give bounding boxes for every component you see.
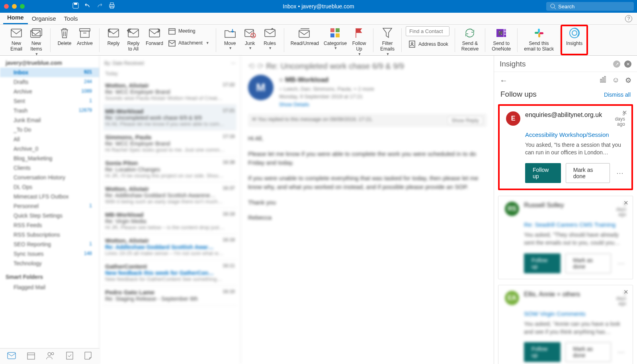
save-icon[interactable]	[72, 2, 79, 10]
minimize-window-button[interactable]	[12, 4, 17, 9]
forward-button[interactable]: Forward	[143, 26, 166, 47]
calendar-nav-icon[interactable]	[27, 352, 35, 361]
mail-nav-icon[interactable]	[7, 352, 16, 360]
folder-item[interactable]: Conversation History	[0, 173, 99, 182]
feedback-icon[interactable]: ☺	[612, 76, 619, 85]
card-subject[interactable]: Re: Seadrill Careers CMS Training	[524, 221, 626, 228]
maximize-window-button[interactable]	[20, 4, 25, 9]
filter-emails-button[interactable]: Filter Emails▼	[377, 26, 397, 57]
send-onenote-button[interactable]: NSend to OneNote	[489, 26, 513, 53]
card-more-icon[interactable]: ⋯	[616, 259, 626, 268]
folder-item[interactable]: Trash12679	[0, 106, 99, 115]
card-close-icon[interactable]: ✕	[622, 109, 627, 116]
folder-item[interactable]: RSS Subscriptions	[0, 230, 99, 239]
message-item[interactable]: Sonia Piton16:38Re: Location ChangesHi J…	[104, 156, 236, 182]
print-icon[interactable]	[108, 2, 115, 10]
folder-item[interactable]: Clients	[0, 163, 99, 173]
folder-item[interactable]: Blog_Marketing	[0, 154, 99, 163]
message-item[interactable]: MB-Workload16:18Re: Virgin MediaHi JR, P…	[104, 208, 236, 234]
close-window-button[interactable]	[4, 4, 9, 9]
stats-icon[interactable]	[600, 76, 607, 85]
folder-item[interactable]: Archive_0	[0, 144, 99, 154]
folder-item[interactable]: Sent1	[0, 96, 99, 106]
people-nav-icon[interactable]	[46, 352, 55, 361]
junk-button[interactable]: Junk▼	[240, 26, 260, 51]
mark-done-action[interactable]: Mark as done	[565, 253, 611, 273]
message-item[interactable]: Wotton, Alistair17:22Re: WCC Employer Br…	[104, 79, 236, 105]
folder-pane[interactable]: javery@trueblue.com Inbox921Drafts244Arc…	[0, 56, 100, 364]
new-email-button[interactable]: New Email	[6, 26, 26, 53]
categorise-button[interactable]: Categorise▼	[321, 26, 349, 51]
folder-item[interactable]: _To Do	[0, 125, 99, 134]
follow-up-button[interactable]: Follow Up▼	[349, 26, 369, 57]
reply-button[interactable]: Reply	[104, 26, 123, 47]
message-item[interactable]: Pedro Gato Lame16:10Re: Staging Release …	[104, 286, 236, 306]
message-list[interactable]: By: Date Received⋯ Today Wotton, Alistai…	[100, 56, 241, 364]
folder-item[interactable]: Inbox921	[0, 68, 99, 77]
follow-up-action[interactable]: Follow up	[524, 253, 561, 273]
notes-nav-icon[interactable]	[84, 352, 92, 361]
folder-item[interactable]: All	[0, 134, 99, 144]
delete-button[interactable]: Delete	[55, 26, 74, 47]
folder-item[interactable]: DL Ops	[0, 182, 99, 192]
tab-organise[interactable]: Organise	[28, 13, 60, 24]
attachment-button[interactable]: Attachment▼	[166, 38, 212, 48]
mark-done-action[interactable]: Mark as done	[566, 163, 610, 183]
find-contact-input[interactable]	[406, 26, 449, 36]
follow-up-action[interactable]: Follow up	[524, 342, 561, 362]
meeting-button[interactable]: Meeting	[166, 26, 212, 36]
message-item[interactable]: GatherContent16:11New feedback this week…	[104, 260, 236, 286]
tasks-nav-icon[interactable]	[66, 352, 73, 361]
send-slack-button[interactable]: Send this email to Slack	[522, 26, 556, 53]
global-search[interactable]	[546, 2, 634, 11]
redo-icon[interactable]	[96, 2, 103, 10]
insights-button[interactable]: Insights	[564, 26, 585, 47]
card-subject[interactable]: SOW Virgin Comments	[524, 310, 626, 317]
insights-expand-icon[interactable]: ↗	[613, 60, 620, 68]
account-header[interactable]: javery@trueblue.com	[0, 58, 99, 68]
reply-all-button[interactable]: Reply to All	[123, 26, 143, 53]
message-item[interactable]: Wotton, Alistair16:37Re: Addleshaw Godda…	[104, 182, 236, 208]
address-book-button[interactable]: Address Book	[406, 39, 451, 49]
folder-item[interactable]: Personnel1	[0, 201, 99, 211]
show-details-link[interactable]: Show Details	[279, 101, 309, 107]
mark-done-action[interactable]: Mark as done	[565, 342, 611, 362]
new-items-button[interactable]: New Items▼	[26, 26, 46, 57]
follow-up-action[interactable]: Follow up	[525, 163, 561, 183]
insights-close-icon[interactable]: ✕	[624, 60, 631, 68]
folder-item[interactable]: Junk Email	[0, 115, 99, 125]
help-icon[interactable]: ?	[625, 15, 632, 22]
message-item[interactable]: MB-Workload17:21Re: Uncompleted work cha…	[104, 105, 236, 130]
card-more-icon[interactable]: ⋯	[616, 348, 626, 356]
back-icon[interactable]: ←	[500, 76, 508, 85]
folder-item[interactable]: SEO Reporting1	[0, 239, 99, 249]
folder-item[interactable]: Archive1089	[0, 87, 99, 96]
show-reply-link[interactable]: Show Reply	[448, 116, 483, 125]
dismiss-all-link[interactable]: Dismiss all	[604, 91, 631, 98]
sort-label[interactable]: By: Date Received	[104, 60, 144, 66]
folder-item[interactable]: Technology	[0, 259, 99, 268]
folder-item[interactable]: RSS Feeds	[0, 220, 99, 230]
card-subject[interactable]: Accessibility Workshop/Session	[525, 131, 625, 138]
global-search-input[interactable]	[558, 4, 630, 10]
folder-item[interactable]: Mimecast LFS Outbox	[0, 192, 99, 201]
tab-home[interactable]: Home	[3, 12, 28, 24]
smart-folders-header[interactable]: Smart Folders	[0, 271, 99, 282]
settings-icon[interactable]: ⚙	[625, 76, 631, 85]
card-age: 3 days ago	[613, 202, 626, 218]
move-button[interactable]: Move▼	[220, 26, 240, 51]
send-receive-button[interactable]: Send & Receive	[459, 26, 481, 53]
read-unread-button[interactable]: Read/Unread	[288, 26, 321, 47]
tab-tools[interactable]: Tools	[60, 13, 82, 24]
folder-item[interactable]: Flagged Mail	[0, 282, 99, 292]
folder-item[interactable]: Drafts244	[0, 77, 99, 87]
folder-item[interactable]: Quick Step Settings	[0, 211, 99, 220]
rules-button[interactable]: Rules▼	[260, 26, 280, 51]
undo-icon[interactable]	[84, 2, 91, 10]
archive-button[interactable]: Archive	[74, 26, 95, 47]
message-item[interactable]: Wotton, Alistair16:18Re: Addleshaw Godda…	[104, 234, 236, 260]
card-more-icon[interactable]: ⋯	[615, 169, 625, 177]
message-item[interactable]: Simmons, Paula17:16Re: WCC Employer Bran…	[104, 130, 236, 156]
folder-item[interactable]: Sync Issues148	[0, 249, 99, 259]
svg-rect-25	[336, 28, 340, 32]
